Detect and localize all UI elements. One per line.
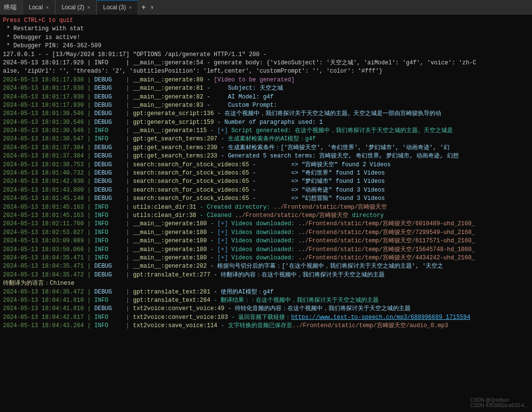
terminal-line: 2024-05-13 18:04:35.472 | DEBUG | gpt:tr… — [3, 288, 529, 296]
tab-close-3[interactable]: × — [129, 4, 132, 10]
terminal-line: 2024-05-13 18:01:38.753 | DEBUG | search… — [3, 161, 529, 169]
terminal-line: 2024-05-13 18:03:50.066 | INFO | __main_… — [3, 246, 529, 254]
terminal-line: 2024-05-13 18:01:45.163 | INFO | utils:c… — [3, 212, 529, 220]
tab-label: Local (3) — [103, 4, 126, 11]
terminal-line: 2024-05-13 18:04:42.817 | INFO | txt2voi… — [3, 314, 529, 322]
terminal-line: 2024-05-13 18:02:53.827 | INFO | __main_… — [3, 229, 529, 237]
terminal-line: 2024-05-13 18:01:17.930 | DEBUG | __main… — [3, 84, 529, 93]
tab-close-1[interactable]: × — [46, 4, 49, 10]
terminal-line: 2024-05-13 18:01:30.546 | INFO | __main_… — [3, 127, 529, 135]
terminal-output: Press CTRL+C to quit * Restarting with s… — [0, 15, 532, 412]
terminal-line: 2024-05-13 18:04:43.264 | INFO | txt2voi… — [3, 322, 529, 330]
terminal-line: 2024-05-13 18:01:37.304 | DEBUG | gpt:ge… — [3, 152, 529, 160]
tab-local-1[interactable]: Local × — [22, 0, 55, 15]
terminal-line: 2024-05-13 18:01:17.930 | DEBUG | __main… — [3, 76, 529, 84]
terminal-line: 2024-05-13 18:01:17.929 | INFO | __main_… — [3, 59, 529, 67]
terminal-line: alse, 'zipUrl': '', 'threads': '2', 'sub… — [3, 67, 529, 76]
terminal-line: 2024-05-13 18:04:35.472 | DEBUG | gpt:tr… — [3, 271, 529, 279]
terminal-line: 2024-05-13 18:01:30.546 | DEBUG | gpt:ge… — [3, 118, 529, 127]
terminal-line: 2024-05-13 18:04:35.471 | DEBUG | __main… — [3, 262, 529, 271]
app-title: 终端 — [4, 3, 17, 12]
terminal-line: 2024-05-13 18:01:45.163 | INFO | utils:c… — [3, 203, 529, 212]
terminal-line: 待翻译为的语言：Chinese — [3, 279, 529, 288]
titlebar: 终端 Local × Local (2) × Local (3) × + ∨ — [0, 0, 532, 15]
terminal-line: * Debugger PIN: 246-362-509 — [3, 42, 529, 50]
watermark: CSDN @QredsunCSDN 4353992a-b633-4... — [471, 397, 528, 408]
terminal-line: 2024-05-13 18:01:40.732 | DEBUG | search… — [3, 169, 529, 177]
terminal-line: 2024-05-13 18:04:41.810 | INFO | gpt:tra… — [3, 296, 529, 305]
terminal-line: 2024-05-13 18:01:30.547 | INFO | gpt:get… — [3, 135, 529, 143]
terminal-line: 2024-05-13 18:01:37.304 | DEBUG | gpt:ge… — [3, 144, 529, 152]
terminal-line: 2024-05-13 18:01:43.800 | DEBUG | search… — [3, 186, 529, 195]
add-tab-button[interactable]: + — [138, 3, 148, 12]
tab-label: Local — [29, 4, 43, 11]
terminal-line: 2024-05-13 18:01:42.930 | DEBUG | search… — [3, 177, 529, 186]
terminal-line: 2024-05-13 18:02:11.760 | INFO | __main_… — [3, 220, 529, 228]
terminal-line: * Restarting with stat — [3, 25, 529, 33]
terminal-line: 2024-05-13 18:01:17.930 | DEBUG | __main… — [3, 101, 529, 110]
terminal-line: 127.0.0.1 - - [13/May/2024 18:01:17] "OP… — [3, 51, 529, 59]
terminal-line: * Debugger is active! — [3, 34, 529, 42]
terminal-line: 2024-05-13 18:04:35.471 | INFO | __main_… — [3, 254, 529, 262]
tab-label: Local (2) — [61, 4, 84, 11]
terminal-line: 2024-05-13 18:01:30.546 | DEBUG | gpt:ge… — [3, 110, 529, 118]
tab-close-2[interactable]: × — [87, 4, 90, 10]
terminal-line: 2024-05-13 18:01:45.148 | DEBUG | search… — [3, 195, 529, 203]
tab-local-3[interactable]: Local (3) × — [97, 0, 138, 15]
terminal-line: 2024-05-13 18:04:41.810 | DEBUG | txt2vo… — [3, 305, 529, 313]
terminal-line: Press CTRL+C to quit — [3, 17, 529, 25]
tab-local-2[interactable]: Local (2) × — [55, 0, 97, 15]
tab-chevron-icon[interactable]: ∨ — [149, 4, 156, 10]
terminal-line: 2024-05-13 18:01:17.930 | DEBUG | __main… — [3, 93, 529, 101]
terminal-line: 2024-05-13 18:03:09.089 | INFO | __main_… — [3, 237, 529, 245]
